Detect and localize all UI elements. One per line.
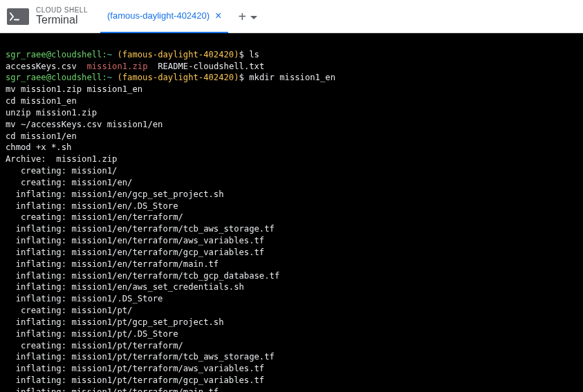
cmd-ls: ls <box>249 50 259 59</box>
unzip-line: creating: mission1/pt/ <box>6 306 132 315</box>
prompt-dollar: $ <box>239 50 250 59</box>
prompt-dollar: $ <box>239 73 250 82</box>
cmd-line: chmod +x *.sh <box>6 142 71 152</box>
ls-file: mission1.zip <box>86 62 147 71</box>
terminal-tab[interactable]: (famous-daylight-402420) × <box>100 0 228 33</box>
unzip-line: inflating: mission1/.DS_Store <box>6 294 163 304</box>
prompt-user-host: sgr_raee@cloudshell: <box>6 73 107 82</box>
cmd-mkdir: mkdir mission1_en <box>249 73 335 82</box>
prompt-path: ~ <box>107 50 112 59</box>
prompt-project: (famous-daylight-402420) <box>117 50 239 59</box>
unzip-line: inflating: mission1/pt/terraform/main.tf <box>6 387 219 392</box>
unzip-line: inflating: mission1/en/.DS_Store <box>6 201 178 211</box>
tab-label: (famous-daylight-402420) <box>107 10 210 21</box>
unzip-line: inflating: mission1/en/terraform/gcp_var… <box>6 248 264 257</box>
cmd-line: cd mission1_en <box>6 96 77 106</box>
cmd-line: unzip mission1.zip <box>6 108 97 118</box>
unzip-line: inflating: mission1/en/terraform/main.tf <box>6 259 219 269</box>
new-tab-button[interactable]: + <box>238 10 246 24</box>
prompt-path: ~ <box>107 73 112 82</box>
prompt-project: (famous-daylight-402420) <box>117 73 239 82</box>
unzip-line: inflating: mission1/en/terraform/aws_var… <box>6 236 264 245</box>
header-bar: CLOUD SHELL Terminal (famous-daylight-40… <box>0 0 583 33</box>
terminal-output[interactable]: sgr_raee@cloudshell:~ (famous-daylight-4… <box>0 33 583 392</box>
ls-file: accessKeys.csv <box>6 62 77 71</box>
tab-menu-button[interactable] <box>250 10 257 23</box>
title-main: Terminal <box>36 14 88 26</box>
title-eyebrow: CLOUD SHELL <box>36 6 88 14</box>
unzip-line: inflating: mission1/pt/terraform/aws_var… <box>6 364 264 373</box>
unzip-line: creating: mission1/en/terraform/ <box>6 212 183 222</box>
unzip-line: creating: mission1/pt/terraform/ <box>6 341 183 351</box>
unzip-line: inflating: mission1/pt/gcp_set_project.s… <box>6 317 224 327</box>
cmd-line: mv mission1.zip mission1_en <box>6 84 142 94</box>
unzip-line: Archive: mission1.zip <box>6 154 117 164</box>
cmd-line: cd mission1/en <box>6 131 77 141</box>
unzip-line: inflating: mission1/en/terraform/tcb_aws… <box>6 224 275 234</box>
unzip-line: inflating: mission1/en/aws_set_credentia… <box>6 282 244 292</box>
unzip-line: inflating: mission1/en/terraform/tcb_gcp… <box>6 271 279 281</box>
unzip-line: inflating: mission1/pt/.DS_Store <box>6 329 178 339</box>
unzip-line: creating: mission1/en/ <box>6 178 132 187</box>
title-block: CLOUD SHELL Terminal <box>36 6 88 26</box>
unzip-line: inflating: mission1/pt/terraform/tcb_aws… <box>6 352 275 362</box>
prompt-user-host: sgr_raee@cloudshell: <box>6 50 107 59</box>
unzip-line: inflating: mission1/en/gcp_set_project.s… <box>6 189 224 199</box>
unzip-line: creating: mission1/ <box>6 166 117 176</box>
cloud-shell-icon <box>7 8 29 25</box>
unzip-line: inflating: mission1/pt/terraform/gcp_var… <box>6 375 264 385</box>
ls-file: README-cloudshell.txt <box>158 62 264 71</box>
cmd-line: mv ~/accessKeys.csv mission1/en <box>6 120 163 129</box>
close-tab-icon[interactable]: × <box>215 10 221 21</box>
